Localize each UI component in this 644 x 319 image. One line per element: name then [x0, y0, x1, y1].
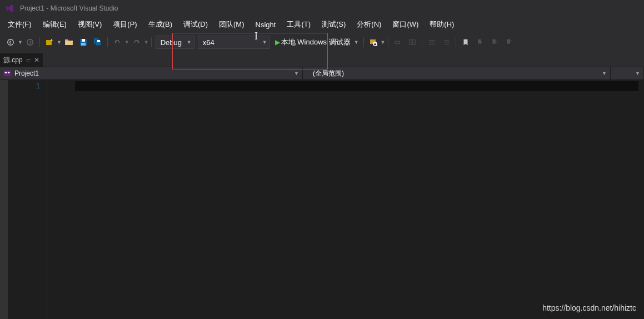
menu-window[interactable]: 窗口(W) — [387, 17, 424, 32]
new-project-button[interactable] — [43, 36, 56, 49]
bookmark-button[interactable] — [459, 36, 472, 49]
svg-rect-9 — [409, 40, 411, 45]
chevron-down-icon: ▼ — [602, 71, 607, 76]
nav-back-button[interactable] — [4, 36, 17, 49]
chevron-down-icon[interactable]: ▼ — [381, 39, 386, 45]
config-value: Debug — [161, 38, 182, 47]
menu-edit[interactable]: 编辑(E) — [37, 17, 72, 32]
member-dropdown[interactable]: ▼ — [611, 67, 644, 79]
play-icon: ▶ — [275, 38, 280, 46]
svg-rect-12 — [5, 72, 7, 73]
step-into-button[interactable] — [391, 36, 405, 49]
chevron-down-icon[interactable]: ▼ — [144, 39, 149, 45]
code-editor[interactable]: 1 — [0, 80, 644, 319]
tab-filename: 源.cpp — [3, 56, 23, 65]
chevron-down-icon: ▼ — [182, 39, 192, 45]
open-file-button[interactable] — [62, 36, 76, 49]
separator — [107, 37, 108, 47]
chevron-down-icon[interactable]: ▼ — [18, 39, 23, 45]
toolbar: ▼ ▼ ▼ ▼ Debug ▼ x64 ▼ ▶ 本地 Windows 调试器 ▼… — [0, 32, 644, 52]
chevron-down-icon[interactable]: ▼ — [57, 39, 62, 45]
menu-debug[interactable]: 调试(D) — [178, 17, 213, 32]
project-name: Project1 — [14, 69, 39, 77]
separator — [422, 37, 422, 47]
chevron-down-icon: ▼ — [294, 71, 299, 76]
svg-rect-13 — [8, 72, 10, 73]
margin-strip — [0, 80, 8, 319]
config-dropdown[interactable]: Debug ▼ — [156, 36, 194, 49]
scope-dropdown[interactable]: (全局范围) ▼ — [303, 67, 611, 79]
prev-bookmark-button[interactable] — [473, 36, 487, 49]
project-scope-dropdown[interactable]: Project1 ▼ — [0, 67, 303, 79]
svg-rect-6 — [370, 39, 376, 44]
start-debug-button[interactable]: ▶ 本地 Windows 调试器 ▼ — [272, 36, 361, 49]
window-title: Project1 - Microsoft Visual Studio — [20, 4, 118, 12]
menu-tools[interactable]: 工具(T) — [281, 17, 316, 32]
title-bar: Project1 - Microsoft Visual Studio — [0, 0, 644, 17]
chevron-down-icon: ▼ — [258, 39, 267, 45]
next-bookmark-button[interactable] — [488, 36, 501, 49]
menu-build[interactable]: 生成(B) — [143, 17, 178, 32]
separator — [363, 37, 364, 47]
svg-rect-5 — [97, 40, 100, 42]
menu-analyze[interactable]: 分析(N) — [351, 17, 387, 32]
close-tab-icon[interactable]: ✕ — [34, 56, 39, 64]
pin-icon[interactable]: ⊏ — [26, 57, 31, 63]
separator — [456, 37, 456, 47]
separator — [388, 37, 388, 47]
chevron-down-icon: ▼ — [635, 71, 640, 76]
save-button[interactable] — [77, 36, 90, 49]
code-area[interactable] — [47, 80, 644, 319]
nav-forward-button[interactable] — [23, 36, 37, 49]
svg-rect-3 — [82, 39, 85, 42]
svg-rect-8 — [395, 41, 400, 43]
current-line-highlight — [75, 81, 638, 91]
menu-view[interactable]: 视图(V) — [72, 17, 107, 32]
svg-point-0 — [8, 39, 14, 46]
scope-value: (全局范围) — [313, 69, 344, 78]
chevron-down-icon: ▼ — [354, 39, 359, 45]
clear-bookmarks-button[interactable] — [502, 36, 516, 49]
undo-button[interactable] — [111, 36, 124, 49]
step-over-button[interactable] — [406, 36, 419, 49]
separator — [39, 37, 40, 47]
comment-out-button[interactable] — [425, 36, 438, 49]
vs-logo-icon — [4, 3, 14, 13]
menu-file[interactable]: 文件(F) — [2, 17, 37, 32]
nav-bar: Project1 ▼ (全局范围) ▼ ▼ — [0, 67, 644, 80]
svg-point-1 — [27, 39, 33, 46]
menu-nsight[interactable]: Nsight — [250, 18, 282, 31]
svg-rect-2 — [46, 40, 52, 45]
platform-dropdown[interactable]: x64 ▼ — [198, 36, 270, 49]
menu-help[interactable]: 帮助(H) — [424, 17, 460, 32]
redo-button[interactable] — [130, 36, 143, 49]
line-number: 1 — [8, 81, 40, 91]
debugger-label: 本地 Windows 调试器 — [281, 37, 351, 47]
menu-bar: 文件(F) 编辑(E) 视图(V) 项目(P) 生成(B) 调试(D) 团队(M… — [0, 17, 644, 32]
document-tab-bar: 源.cpp ⊏ ✕ — [0, 52, 644, 67]
project-icon — [3, 69, 11, 77]
save-all-button[interactable] — [91, 36, 104, 49]
uncomment-button[interactable] — [440, 36, 453, 49]
find-button[interactable] — [367, 36, 380, 49]
chevron-down-icon[interactable]: ▼ — [124, 39, 129, 45]
document-tab[interactable]: 源.cpp ⊏ ✕ — [0, 53, 43, 67]
menu-test[interactable]: 测试(S) — [316, 17, 351, 32]
svg-rect-4 — [81, 43, 86, 46]
platform-value: x64 — [203, 38, 214, 47]
cursor-ibeam-icon: I — [254, 31, 258, 42]
svg-rect-10 — [412, 40, 415, 45]
menu-team[interactable]: 团队(M) — [213, 17, 250, 32]
menu-project[interactable]: 项目(P) — [107, 17, 142, 32]
separator — [151, 37, 152, 47]
line-number-gutter: 1 — [8, 80, 47, 319]
